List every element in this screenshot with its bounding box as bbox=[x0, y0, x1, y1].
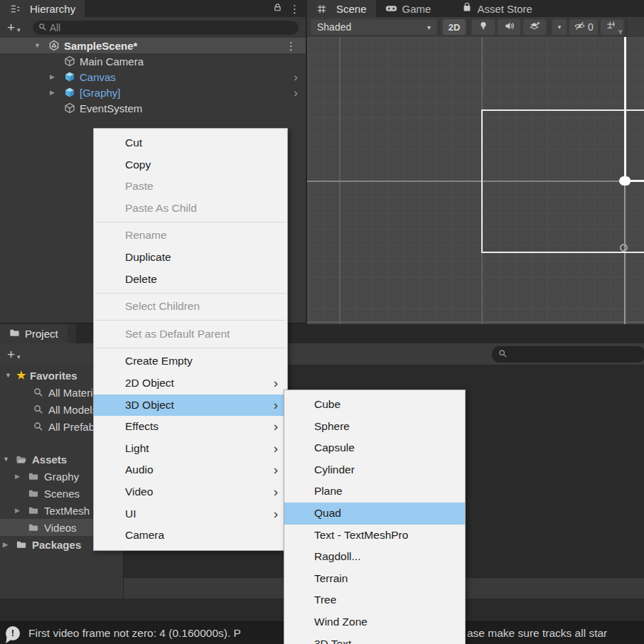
menu-item-create-empty[interactable]: Create Empty bbox=[94, 350, 287, 372]
folder-icon bbox=[26, 505, 40, 516]
search-icon bbox=[498, 348, 508, 361]
submenu-item-tree[interactable]: Tree bbox=[284, 589, 465, 611]
draw-mode-dropdown[interactable]: Shaded ▾ bbox=[311, 19, 436, 35]
scene-header-row[interactable]: ▼ SampleScene* ⋮ bbox=[0, 38, 306, 53]
chevron-down-icon: ▾ bbox=[17, 353, 21, 360]
scene-grid-icon bbox=[316, 4, 327, 14]
menu-item-audio[interactable]: Audio › bbox=[94, 459, 287, 481]
anchor-handle[interactable] bbox=[620, 244, 628, 252]
hierarchy-item-graphy[interactable]: ▶ [Graphy] › bbox=[0, 85, 306, 100]
submenu-item-sphere[interactable]: Sphere bbox=[284, 416, 465, 438]
hierarchy-item-label: Main Camera bbox=[80, 55, 144, 68]
menu-item-camera[interactable]: Camera bbox=[94, 525, 287, 547]
hierarchy-item-label: EventSystem bbox=[80, 102, 142, 114]
plus-icon: + bbox=[7, 348, 15, 361]
tab-asset-store[interactable]: Asset Store bbox=[453, 0, 542, 17]
toolbar-separator bbox=[439, 20, 440, 34]
foldout-open-icon[interactable]: ▼ bbox=[34, 42, 48, 49]
foldout-closed-icon[interactable]: ▶ bbox=[3, 541, 14, 548]
game-tab-label: Game bbox=[402, 3, 431, 15]
menu-item-effects[interactable]: Effects › bbox=[94, 416, 287, 438]
menu-item-delete[interactable]: Delete bbox=[94, 269, 287, 291]
prefab-open-chevron-icon[interactable]: › bbox=[294, 87, 306, 99]
menu-item-duplicate[interactable]: Duplicate bbox=[94, 247, 287, 269]
scene-lighting-button[interactable] bbox=[472, 19, 495, 35]
gameobject-cube-icon bbox=[64, 55, 75, 67]
gamepad-icon bbox=[385, 3, 397, 15]
status-message-right: ase make sure tracks all star bbox=[467, 627, 607, 640]
unity-scene-icon bbox=[48, 40, 60, 51]
submenu-item-ragdoll[interactable]: Ragdoll... bbox=[284, 546, 465, 568]
scene-audio-button[interactable] bbox=[498, 19, 520, 35]
submenu-item-wind-zone[interactable]: Wind Zone bbox=[284, 611, 465, 633]
foldout-closed-icon[interactable]: ▶ bbox=[50, 73, 64, 80]
pivot-handle[interactable] bbox=[619, 176, 630, 186]
hierarchy-toolbar: + ▾ All bbox=[0, 17, 306, 38]
menu-item-3d-object[interactable]: 3D Object › bbox=[94, 395, 287, 417]
submenu-item-terrain[interactable]: Terrain bbox=[284, 568, 465, 590]
scene-viewport[interactable] bbox=[307, 37, 644, 324]
toggle-2d-button[interactable]: 2D bbox=[443, 19, 466, 35]
hierarchy-search-input[interactable]: All bbox=[33, 21, 299, 35]
submenu-arrow-icon: › bbox=[274, 503, 278, 525]
foldout-closed-icon[interactable]: ▶ bbox=[15, 507, 26, 514]
submenu-item-text-textmeshpro[interactable]: Text - TextMeshPro bbox=[284, 525, 465, 547]
menu-item-video[interactable]: Video › bbox=[94, 481, 287, 503]
project-create-button[interactable]: + ▾ bbox=[4, 348, 23, 361]
hierarchy-create-button[interactable]: + ▾ bbox=[4, 21, 23, 34]
hierarchy-item-label: [Graphy] bbox=[80, 87, 121, 99]
hierarchy-menu-kebab-icon[interactable]: ⋮ bbox=[289, 4, 300, 14]
hierarchy-item-canvas[interactable]: ▶ Canvas › bbox=[0, 69, 306, 85]
tab-project[interactable]: Project bbox=[0, 324, 68, 343]
menu-item-cut[interactable]: Cut bbox=[94, 132, 287, 154]
hierarchy-item-main-camera[interactable]: Main Camera bbox=[0, 53, 306, 69]
hierarchy-tab-row: Hierarchy ⋮ bbox=[0, 0, 306, 17]
foldout-open-icon[interactable]: ▼ bbox=[5, 372, 16, 379]
submenu-item-capsule[interactable]: Capsule bbox=[284, 437, 465, 459]
status-message-left: First video frame not zero: 4 (0.160000s… bbox=[28, 627, 241, 640]
hierarchy-tab-label: Hierarchy bbox=[30, 3, 75, 15]
search-icon bbox=[32, 404, 44, 415]
tab-hierarchy[interactable]: Hierarchy bbox=[0, 0, 85, 17]
lock-icon[interactable] bbox=[273, 2, 282, 16]
scene-effects-button[interactable] bbox=[523, 19, 546, 35]
scene-name: SampleScene* bbox=[64, 40, 137, 52]
project-search-input[interactable] bbox=[492, 346, 644, 363]
submenu-item-3d-text[interactable]: 3D Text bbox=[284, 633, 465, 644]
packages-label: Packages bbox=[32, 539, 81, 551]
plus-icon: + bbox=[7, 21, 15, 34]
chevron-down-icon: ▾ bbox=[17, 26, 21, 33]
menu-item-2d-object[interactable]: 2D Object › bbox=[94, 372, 287, 395]
foldout-closed-icon[interactable]: ▶ bbox=[15, 473, 26, 480]
hierarchy-item-eventsystem[interactable]: EventSystem bbox=[0, 100, 306, 116]
3d-object-submenu: Cube Sphere Capsule Cylinder Plane Quad … bbox=[284, 390, 466, 644]
scene-grid-settings-button[interactable]: Y bbox=[601, 19, 623, 35]
hidden-object-count: 0 bbox=[588, 21, 594, 33]
menu-item-ui[interactable]: UI › bbox=[94, 503, 287, 525]
partial-tab[interactable] bbox=[68, 324, 76, 343]
scene-menu-kebab-icon[interactable]: ⋮ bbox=[286, 41, 306, 51]
search-icon bbox=[38, 21, 47, 34]
tab-scene[interactable]: Scene bbox=[307, 0, 376, 17]
tree-item-label: Videos bbox=[44, 522, 77, 534]
scene-effects-dropdown[interactable]: ▾ bbox=[552, 19, 567, 35]
chevron-down-icon: ▾ bbox=[558, 23, 562, 31]
prefab-open-chevron-icon[interactable]: › bbox=[294, 71, 306, 83]
assets-label: Assets bbox=[32, 454, 67, 466]
project-tab-label: Project bbox=[25, 328, 58, 340]
tab-game[interactable]: Game bbox=[376, 0, 441, 17]
submenu-item-quad[interactable]: Quad bbox=[284, 503, 465, 525]
scene-visibility-button[interactable]: 0 bbox=[569, 19, 598, 35]
submenu-item-cylinder[interactable]: Cylinder bbox=[284, 459, 465, 481]
foldout-open-icon[interactable]: ▼ bbox=[3, 456, 14, 463]
foldout-closed-icon[interactable]: ▶ bbox=[50, 89, 64, 96]
menu-item-light[interactable]: Light › bbox=[94, 438, 287, 460]
menu-item-copy[interactable]: Copy bbox=[94, 154, 287, 176]
submenu-item-plane[interactable]: Plane bbox=[284, 481, 465, 503]
shopping-bag-icon bbox=[462, 2, 472, 15]
submenu-item-cube[interactable]: Cube bbox=[284, 394, 465, 416]
speaker-icon bbox=[504, 21, 515, 34]
hierarchy-list-icon bbox=[9, 3, 21, 14]
toolbar-separator bbox=[468, 20, 469, 34]
menu-item-paste: Paste bbox=[94, 176, 287, 198]
